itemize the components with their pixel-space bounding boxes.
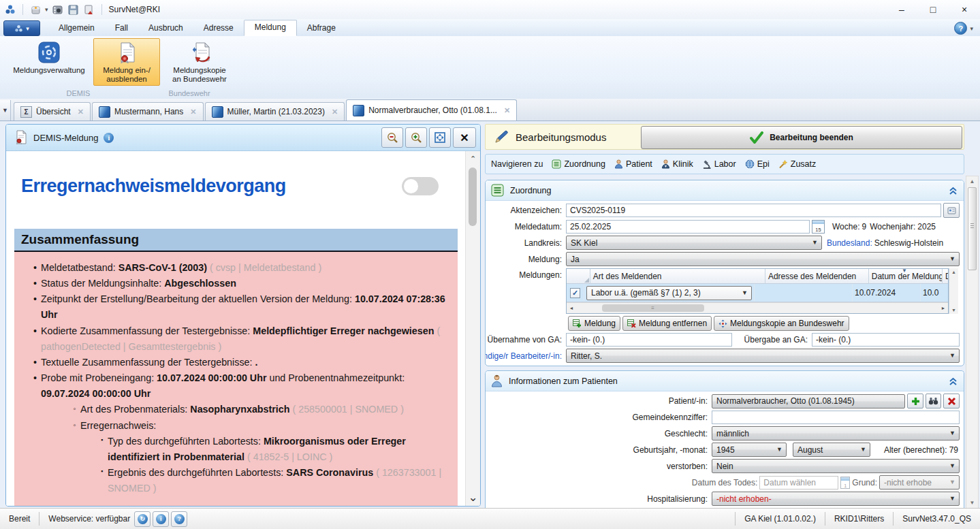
scroll-down-icon[interactable]: ▼ [966,500,978,506]
todesdatum-input[interactable]: Datum wählen [759,476,838,490]
media-icon[interactable] [52,3,64,16]
close-icon[interactable]: ✕ [78,108,84,116]
ribbon-tab-allgemein[interactable]: Allgemein [48,20,105,36]
aktenzeichen-input[interactable]: CVS2025-0119 [566,204,941,217]
meldung-einausblenden-button[interactable]: Meldung ein-/ ausblenden [93,38,160,86]
right-panel-scrollbar[interactable]: ▲ ▼ [966,176,979,509]
summary-section-title: Zusammenfassung [14,229,458,252]
finish-editing-button[interactable]: Bearbeitung beenden [641,126,962,149]
patient-field[interactable]: Normalverbraucher, Otto (01.08.1945) [712,394,905,408]
tab-mueller[interactable]: Müller, Martin (21.03.2023) ✕ [205,102,345,121]
minimize-button[interactable]: – [886,1,917,19]
ribbon-tab-ausbruch[interactable]: Ausbruch [138,20,193,36]
search-patient-button[interactable] [926,394,942,408]
verstorben-select[interactable]: Nein▼ [712,459,960,473]
package-icon[interactable] [29,3,42,16]
select-all-header[interactable] [567,269,590,283]
nav-item-klinik[interactable]: Klinik [661,159,693,169]
close-icon[interactable]: ✕ [190,108,196,116]
dropdown-arrow-icon[interactable]: ▾ [45,6,48,13]
refresh-button[interactable]: ↻ [134,511,151,527]
verstorben-label: verstorben: [486,462,710,471]
collapse-icon[interactable] [948,376,958,386]
tab-uebersicht[interactable]: Σ Übersicht ✕ [14,102,91,121]
table-vscrollbar[interactable]: ▲▼ [949,268,958,314]
nav-item-zuordnung[interactable]: Zuordnung [552,159,605,169]
save-icon[interactable] [67,3,80,16]
tab-normalverbraucher[interactable]: Normalverbraucher, Otto (01.08.1... ✕ [346,99,517,121]
ribbon-tab-meldung[interactable]: Meldung [244,20,297,36]
geburtsjahr-select[interactable]: 1945▼ [712,443,787,457]
help-button[interactable]: ? [171,511,187,527]
meldungsverwaltung-button[interactable]: Meldungsverwaltung [5,38,93,77]
col-datum-der-meldung[interactable]: ▼Datum der Meldung [869,269,943,283]
nav-item-labor[interactable]: Labor [702,159,736,169]
ribbon-tab-abfrage[interactable]: Abfrage [297,20,346,36]
toggle-switch[interactable] [402,177,439,195]
remove-patient-button[interactable] [943,394,960,408]
col-art-des-meldenden[interactable]: Art des Meldenden [590,269,765,283]
hospitalisierung-select[interactable]: -nicht erhoben-▼ [712,492,960,506]
row-checkbox[interactable]: ✓ [570,288,580,298]
table-hscrollbar[interactable]: ◄ ≡ ► [567,302,948,313]
scroll-down-icon[interactable]: ⌄ [466,490,480,504]
info-icon[interactable]: i [104,133,114,143]
geschlecht-select[interactable]: männlich▼ [712,426,960,440]
summary-item: •Zeitpunkt der Erstellung/Bearbeitung de… [17,291,452,323]
grund-select[interactable]: -nicht erhobe▼ [879,475,960,490]
nav-item-epi[interactable]: Epi [745,159,770,169]
bundesland-label[interactable]: Bundesland: [827,238,872,248]
ribbon-tab-fall[interactable]: Fall [105,20,138,36]
calendar-icon[interactable]: 15 [812,220,825,234]
aktenzeichen-tool-button[interactable] [943,203,960,218]
plus-icon [911,397,920,406]
collapse-icon[interactable] [948,185,958,195]
art-des-meldenden-select[interactable]: Labor u.ä. (gemäß §7 (1) 2, 3)▼ [586,286,752,300]
bearbeiter-label[interactable]: zuständige/r Bearbeiter/-in: [485,351,564,361]
ribbon-tab-adresse[interactable]: Adresse [193,20,244,36]
info-button[interactable]: i [153,511,169,527]
nav-item-zusatz[interactable]: Zusatz [778,159,817,169]
export-icon[interactable] [83,3,95,16]
zoom-out-button[interactable] [381,127,403,148]
meldung-select[interactable]: Ja▼ [566,252,960,266]
scroll-right-icon[interactable]: ► [938,306,948,310]
landkreis-select[interactable]: SK Kiel▼ [566,236,822,250]
geburtsmonat-select[interactable]: August▼ [793,443,870,457]
gemeindekennziffer-input[interactable] [712,411,960,424]
scroll-up-icon[interactable]: ▲ [966,178,978,185]
hscrollbar-thumb[interactable]: ≡ [602,304,704,312]
add-meldung-button[interactable]: Meldung [568,316,620,331]
meldungskopie-bundeswehr-small-button[interactable]: Meldungskopie an Bundeswehr [714,316,849,331]
add-patient-button[interactable] [907,394,923,408]
chevron-down-icon[interactable]: ▾ [970,25,973,32]
maximize-button[interactable]: □ [917,1,949,19]
uebernahme-input[interactable]: -kein- (0.) [566,333,732,347]
meldedatum-input[interactable]: 25.02.2025 [566,220,810,234]
document-scrollbar[interactable]: ⌃ ⌄ [465,151,480,506]
close-icon[interactable]: ✕ [504,106,510,115]
nav-label: Zuordnung [564,159,605,169]
scrollbar-thumb[interactable] [469,167,477,226]
zoom-in-button[interactable] [405,127,427,148]
nav-item-patient[interactable]: Patient [614,159,652,169]
remove-meldung-button[interactable]: Meldung entfernen [622,316,712,331]
scrollbar-thumb[interactable] [968,187,977,270]
scroll-left-icon[interactable]: ◄ [567,306,576,310]
scroll-up-icon[interactable]: ⌃ [466,155,480,163]
tab-mustermann[interactable]: Mustermann, Hans ✕ [92,102,204,121]
close-button[interactable]: × [949,1,980,19]
col-datum-2[interactable]: Dat [943,269,948,283]
meldungskopie-bundeswehr-button[interactable]: Meldungskopie an Bundeswehr [164,38,235,86]
calendar-icon[interactable]: 1 [840,477,850,489]
col-adresse-des-meldenden[interactable]: Adresse des Meldenden [765,269,869,283]
bearbeiter-select[interactable]: Ritter, S.▼ [566,349,960,363]
help-icon[interactable]: ? [954,22,967,35]
fit-to-window-button[interactable] [429,127,451,148]
app-menu-button[interactable]: ▾ [3,20,40,36]
table-row[interactable]: ✓ Labor u.ä. (gemäß §7 (1) 2, 3)▼ 10.07.… [567,284,948,302]
close-panel-button[interactable]: ✕ [453,127,476,148]
tab-list-dropdown[interactable]: ▼ [0,100,11,121]
close-icon[interactable]: ✕ [332,108,338,116]
uebergabe-input[interactable]: -kein- (0.) [812,333,960,347]
